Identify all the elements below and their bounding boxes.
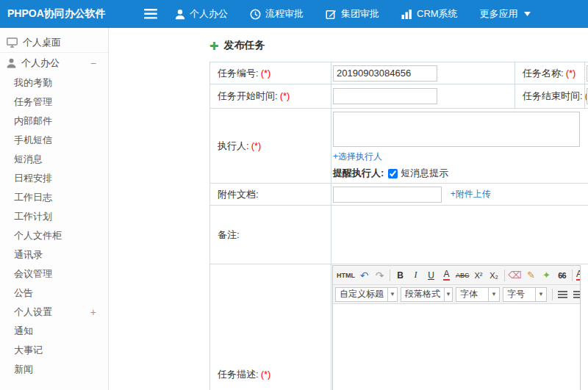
highlight-button[interactable]: ✦ — [539, 268, 553, 283]
row-description: 任务描述:(*) HTML ↶ ↷ B I — [210, 264, 588, 390]
sms-remind-checkbox[interactable] — [388, 169, 398, 178]
paragraph-format-select[interactable]: 段落格式 ▼ — [401, 287, 453, 302]
sidebar-item-schedule[interactable]: 日程安排 — [0, 169, 108, 188]
caret-down-icon: ▼ — [387, 288, 397, 301]
row-executor: 执行人:(*) +选择执行人 提醒执行人: 短消息提示 — [210, 109, 588, 184]
italic-button[interactable]: I — [409, 268, 423, 283]
sidebar: 个人桌面 个人办公 − 我的考勤 任务管理 内部邮件 手机短信 短消息 日程安排… — [0, 28, 109, 390]
sidebar-item-contacts[interactable]: 通讯录 — [0, 245, 108, 264]
subscript-button[interactable]: X₂ — [487, 268, 501, 283]
chart-icon — [401, 9, 412, 19]
task-number-value-cell — [331, 62, 515, 84]
attachment-upload-link[interactable]: +附件上传 — [451, 189, 491, 199]
task-name-value-cell — [585, 62, 588, 84]
format-brush-button[interactable]: ✎ — [524, 268, 538, 283]
sidebar-item-news[interactable]: 新闻 — [0, 360, 108, 379]
menu-toggle-button[interactable] — [137, 9, 165, 19]
description-label: 任务描述: — [218, 369, 259, 380]
start-time-label-cell: 任务开始时间:(*) — [210, 84, 331, 109]
align-left-button[interactable] — [556, 287, 570, 302]
sidebar-item-label: 个人设置 — [14, 306, 52, 319]
caret-down-icon: ▼ — [488, 288, 499, 301]
undo-button[interactable]: ↶ — [357, 268, 371, 283]
sidebar-item-notification[interactable]: 通知 — [0, 322, 108, 341]
start-time-input[interactable] — [333, 88, 437, 104]
required-mark: (*) — [251, 140, 262, 151]
sidebar-item-personal-files[interactable]: 个人文件柜 — [0, 226, 108, 245]
bold-button[interactable]: B — [393, 268, 407, 283]
task-number-label-cell: 任务编号:(*) — [210, 62, 331, 84]
superscript-button[interactable]: X² — [472, 268, 486, 283]
sidebar-item-personal-office[interactable]: 个人办公 − — [0, 53, 108, 73]
sidebar-item-work-log[interactable]: 工作日志 — [0, 188, 108, 207]
required-mark: (*) — [261, 68, 271, 79]
source-button[interactable]: HTML — [336, 268, 356, 283]
custom-heading-select[interactable]: 自定义标题 ▼ — [335, 287, 398, 302]
remark-textarea[interactable] — [331, 206, 588, 264]
sidebar-item-task-management[interactable]: 任务管理 — [0, 93, 108, 112]
user-icon — [7, 58, 16, 68]
remove-format-button[interactable]: ⌫ — [508, 268, 523, 283]
publish-task-form: 任务编号:(*) 任务名称:(*) — [209, 62, 588, 390]
sidebar-item-my-attendance[interactable]: 我的考勤 — [0, 73, 108, 93]
app-logo[interactable]: PHPOA协同办公软件 — [0, 7, 137, 21]
app-body: 个人桌面 个人办公 − 我的考勤 任务管理 内部邮件 手机短信 短消息 日程安排… — [0, 28, 588, 390]
sidebar-item-label: 新闻 — [14, 363, 33, 376]
sidebar-item-personal-desktop[interactable]: 个人桌面 — [0, 32, 108, 53]
executor-textarea[interactable] — [333, 112, 580, 147]
caret-down-icon: ▼ — [535, 288, 546, 301]
nav-process-approval[interactable]: 流程审批 — [250, 7, 304, 21]
page-title-bar: ✚ 发布任务 — [209, 38, 588, 53]
main-nav: 个人办公 流程审批 集团审批 CRM系统 更多应用 — [175, 7, 553, 21]
main-content: ✚ 发布任务 任务编号:(*) 任务名称:(*) — [109, 28, 588, 390]
sidebar-item-label: 日程安排 — [14, 172, 52, 185]
task-number-input[interactable] — [333, 65, 437, 82]
align-center-icon — [573, 291, 580, 298]
sidebar-item-mobile-sms[interactable]: 手机短信 — [0, 131, 108, 150]
menu-icon — [144, 9, 157, 19]
blockquote-button[interactable]: 66 — [555, 268, 569, 283]
collapse-icon[interactable]: − — [90, 58, 96, 68]
font-family-select[interactable]: 字体 ▼ — [456, 287, 500, 302]
underline-button[interactable]: U — [424, 268, 438, 283]
sidebar-item-label: 短消息 — [14, 153, 43, 166]
nav-group-approval[interactable]: 集团审批 — [326, 7, 379, 21]
task-name-label: 任务名称: — [523, 68, 564, 79]
description-editor-area[interactable] — [333, 304, 580, 390]
choose-executor-link[interactable]: +选择执行人 — [333, 151, 382, 162]
expand-icon[interactable]: + — [90, 307, 96, 317]
sidebar-item-internal-mail[interactable]: 内部邮件 — [0, 112, 108, 131]
sidebar-item-work-plan[interactable]: 工作计划 — [0, 207, 108, 226]
sidebar-item-milestones[interactable]: 大事记 — [0, 341, 108, 360]
attachment-label: 附件文档: — [218, 189, 259, 200]
sidebar-item-label: 会议管理 — [14, 267, 52, 281]
desktop-icon — [7, 37, 18, 48]
remark-value-cell — [331, 206, 588, 264]
nav-crm-system[interactable]: CRM系统 — [401, 7, 458, 21]
font-size-select[interactable]: 字号 ▼ — [503, 287, 547, 302]
sidebar-item-label: 通讯录 — [14, 248, 43, 261]
required-mark: (*) — [261, 369, 271, 380]
align-center-button[interactable] — [571, 287, 580, 302]
sidebar-item-personal-settings[interactable]: 个人设置 + — [0, 303, 108, 322]
remind-executor-line: 提醒执行人: 短消息提示 — [333, 167, 588, 180]
nav-more-apps[interactable]: 更多应用 — [480, 7, 531, 21]
color-dropdown-button[interactable]: A ▼ — [576, 268, 580, 283]
sidebar-item-label: 个人文件柜 — [14, 229, 62, 242]
rich-text-editor: HTML ↶ ↷ B I U A ABC X² — [332, 265, 581, 390]
strikethrough-button[interactable]: ABC — [455, 268, 470, 283]
font-color-button[interactable]: A — [440, 268, 453, 283]
sms-remind-label: 短消息提示 — [401, 167, 448, 180]
sidebar-item-label: 个人办公 — [21, 57, 60, 70]
row-task-number: 任务编号:(*) 任务名称:(*) — [210, 62, 588, 84]
nav-personal-office[interactable]: 个人办公 — [175, 7, 228, 21]
sidebar-item-announcement[interactable]: 公告 — [0, 284, 108, 303]
redo-button[interactable]: ↷ — [373, 268, 387, 283]
plus-icon: ✚ — [209, 40, 219, 51]
attachment-input[interactable] — [333, 187, 442, 203]
user-icon — [175, 9, 185, 20]
sidebar-item-meeting-management[interactable]: 会议管理 — [0, 264, 108, 284]
caret-down-icon: ▼ — [444, 288, 452, 301]
sidebar-item-label: 内部邮件 — [14, 115, 52, 128]
sidebar-item-short-message[interactable]: 短消息 — [0, 150, 108, 169]
